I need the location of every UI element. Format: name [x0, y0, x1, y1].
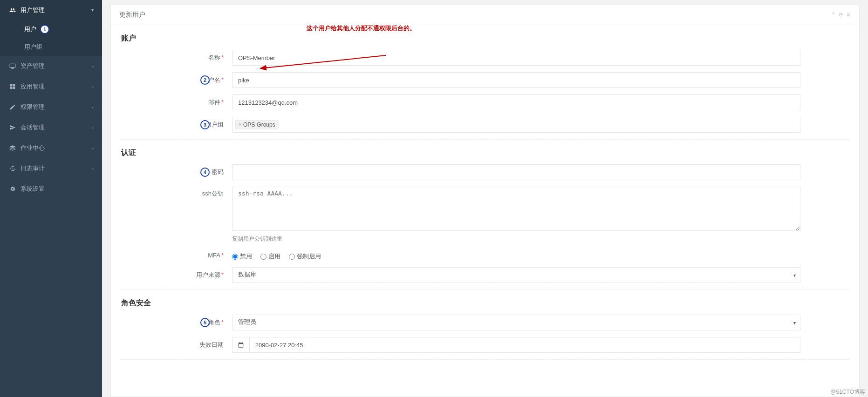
- section-auth-heading: 认证: [121, 148, 849, 158]
- username-input[interactable]: [232, 72, 800, 88]
- annotation-marker-1: 1: [40, 25, 49, 34]
- mfa-radio-enabled[interactable]: 启用: [260, 252, 280, 261]
- chevron-left-icon: ‹: [92, 146, 94, 151]
- row-sshkey: ssh公钥 复制用户公钥到这里: [121, 187, 849, 243]
- label-role: 角色*: [121, 318, 232, 327]
- sidebar-sub-user-group[interactable]: 用户组: [0, 38, 102, 56]
- edit-icon: [8, 104, 17, 110]
- sidebar-item-label: 用户: [24, 26, 36, 33]
- panel-update-user: 更新用户 ⌃ ⟳ ✕ 这个用户给其他人分配不通权限后台的。: [110, 5, 860, 397]
- section-divider: [121, 139, 849, 140]
- group-tag-input[interactable]: ×OPS-Groups: [232, 117, 800, 133]
- sidebar-item-asset-mgmt[interactable]: 资产管理 ‹: [0, 56, 102, 76]
- label-sshkey: ssh公钥: [121, 187, 232, 198]
- panel-tools: ⌃ ⟳ ✕: [831, 12, 851, 18]
- sshkey-textarea[interactable]: [232, 187, 800, 231]
- sidebar-sub-user-list[interactable]: 用户 1: [0, 20, 102, 38]
- label-email: 邮件*: [121, 98, 232, 107]
- sidebar-item-label: 应用管理: [21, 82, 92, 91]
- annotation-text: 这个用户给其他人分配不通权限后台的。: [307, 24, 416, 33]
- gears-icon: [8, 186, 17, 192]
- tag-remove-icon[interactable]: ×: [239, 121, 242, 128]
- row-role: 5 角色* 管理员 ▾: [121, 315, 849, 330]
- main-content: 更新用户 ⌃ ⟳ ✕ 这个用户给其他人分配不通权限后台的。: [102, 0, 868, 397]
- sidebar-item-label: 作业中心: [21, 144, 92, 152]
- stack-icon: [8, 145, 17, 151]
- sidebar-item-user-mgmt[interactable]: 用户管理 ▾: [0, 0, 102, 20]
- collapse-icon[interactable]: ⌃: [831, 12, 836, 18]
- sidebar-item-perm-mgmt[interactable]: 权限管理 ‹: [0, 97, 102, 117]
- users-icon: [8, 7, 17, 13]
- chevron-left-icon: ‹: [92, 105, 94, 110]
- chevron-down-icon: ▾: [91, 7, 94, 13]
- sidebar-item-job-center[interactable]: 作业中心 ‹: [0, 138, 102, 158]
- label-mfa: MFA*: [121, 252, 232, 259]
- section-account-heading: 账户: [121, 34, 849, 43]
- chevron-left-icon: ‹: [92, 125, 94, 130]
- row-group: 3 用户组 ×OPS-Groups: [121, 117, 849, 133]
- row-username: 2 用户名*: [121, 72, 849, 88]
- watermark: @51CTO博客: [830, 388, 865, 396]
- annotation-marker-2: 2: [200, 75, 210, 85]
- source-select[interactable]: 数据库: [232, 267, 800, 283]
- sidebar-item-label: 系统设置: [21, 185, 94, 193]
- refresh-icon[interactable]: ⟳: [839, 12, 843, 18]
- expire-input[interactable]: [249, 337, 800, 353]
- close-icon[interactable]: ✕: [846, 12, 851, 18]
- email-input[interactable]: [232, 94, 800, 110]
- mfa-radio-disabled-input[interactable]: [232, 254, 238, 260]
- row-mfa: MFA* 禁用 启用 强制启用: [121, 249, 849, 261]
- chevron-left-icon: ‹: [92, 84, 94, 89]
- mfa-radio-forced-input[interactable]: [289, 254, 295, 260]
- sidebar-item-sys-settings[interactable]: 系统设置: [0, 179, 102, 199]
- sidebar-item-label: 用户管理: [21, 6, 91, 14]
- group-tag[interactable]: ×OPS-Groups: [235, 120, 279, 129]
- role-select[interactable]: 管理员: [232, 315, 800, 330]
- name-input[interactable]: [232, 50, 800, 66]
- sidebar-item-label: 用户组: [24, 43, 42, 50]
- password-input[interactable]: [232, 164, 800, 180]
- chevron-left-icon: ‹: [92, 64, 94, 69]
- send-icon: [8, 124, 17, 131]
- sshkey-help: 复制用户公钥到这里: [232, 235, 800, 243]
- row-source: 用户来源* 数据库 ▾: [121, 267, 849, 283]
- sidebar-item-label: 资产管理: [21, 62, 92, 70]
- label-source: 用户来源*: [121, 271, 232, 279]
- annotation-marker-4: 4: [200, 168, 210, 177]
- sidebar-item-log-audit[interactable]: 日志审计 ‹: [0, 158, 102, 179]
- label-username: 用户名*: [121, 76, 232, 84]
- sidebar-item-label: 日志审计: [21, 164, 92, 173]
- mfa-radio-disabled[interactable]: 禁用: [232, 252, 252, 261]
- label-expire: 失效日期: [121, 341, 232, 349]
- panel-header: 更新用户 ⌃ ⟳ ✕: [111, 5, 859, 25]
- label-name: 名称*: [121, 54, 232, 62]
- section-role-heading: 角色安全: [121, 298, 849, 308]
- chevron-left-icon: ‹: [92, 166, 94, 171]
- label-group: 用户组: [121, 121, 232, 129]
- panel-title-text: 更新用户: [119, 11, 145, 19]
- sidebar-item-label: 会话管理: [21, 123, 92, 132]
- sidebar: 用户管理 ▾ 用户 1 用户组 资产管理 ‹: [0, 0, 102, 397]
- sidebar-item-session-mgmt[interactable]: 会话管理 ‹: [0, 117, 102, 138]
- section-divider: [121, 289, 849, 290]
- history-icon: [8, 165, 17, 172]
- annotation-marker-5: 5: [200, 318, 210, 327]
- annotation-marker-3: 3: [200, 120, 210, 129]
- desktop-icon: [8, 63, 17, 69]
- sidebar-item-app-mgmt[interactable]: 应用管理 ‹: [0, 76, 102, 97]
- row-expire: 失效日期: [121, 337, 849, 353]
- calendar-icon[interactable]: [232, 337, 249, 353]
- mfa-radio-enabled-input[interactable]: [260, 254, 267, 260]
- row-password: 4 密码: [121, 164, 849, 180]
- label-password: 密码: [121, 168, 232, 176]
- sidebar-item-label: 权限管理: [21, 103, 92, 111]
- mfa-radio-forced[interactable]: 强制启用: [289, 252, 321, 261]
- row-email: 邮件*: [121, 94, 849, 110]
- grid-icon: [8, 83, 17, 90]
- section-divider: [121, 359, 849, 360]
- row-name: 名称*: [121, 50, 849, 66]
